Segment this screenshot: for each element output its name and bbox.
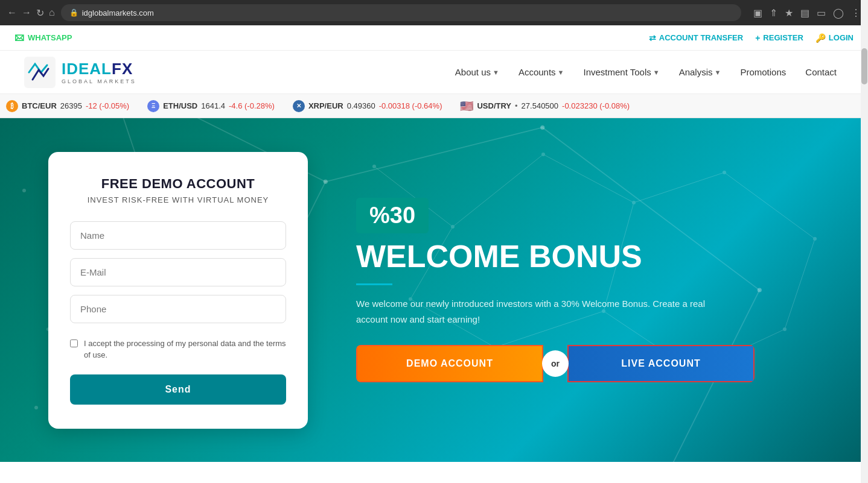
login-link[interactable]: 🔑 LOGIN	[815, 33, 854, 43]
logo-name: IDEALFX	[62, 60, 136, 78]
svg-point-1	[372, 165, 376, 168]
ticker-item-xrpeur: ✕ XRP/EUR 0.49360 -0.00318 (-0.64%)	[293, 100, 442, 112]
logo[interactable]: IDEALFX GLOBAL MARKETS	[24, 57, 136, 88]
browser-chrome: ← → ↻ ⌂ 🔒 idglobalmarkets.com ▣ ⇑ ★ ▤ ▭ …	[0, 0, 868, 25]
lock-icon: 🔒	[69, 8, 78, 17]
register-label: REGISTER	[763, 33, 803, 42]
forward-button[interactable]: →	[22, 7, 31, 18]
welcome-heading: WELCOME BONUS	[356, 239, 820, 274]
form-title: FREE DEMO ACCOUNT	[70, 176, 286, 192]
or-divider: or	[542, 350, 569, 377]
nav-analysis[interactable]: Analysis ▼	[672, 62, 729, 82]
scrollbar-thumb[interactable]	[861, 48, 867, 84]
share-icon[interactable]: ⇑	[770, 7, 777, 19]
reload-button[interactable]: ↻	[36, 7, 44, 19]
nav-investment-tools[interactable]: Investment Tools ▼	[576, 62, 667, 82]
svg-line-17	[543, 154, 634, 203]
cta-buttons: DEMO ACCOUNT or LIVE ACCOUNT	[356, 345, 755, 382]
terms-label: I accept the processing of my personal d…	[84, 338, 286, 361]
utility-actions: ⇄ ACCOUNT TRANSFER + REGISTER 🔑 LOGIN	[649, 33, 854, 43]
nav-promotions[interactable]: Promotions	[733, 62, 793, 82]
terms-checkbox[interactable]	[70, 339, 78, 347]
nav-links: About us ▼ Accounts ▼ Investment Tools ▼…	[448, 62, 844, 82]
svg-point-12	[22, 189, 26, 192]
ticker-item-ethusd: Ξ ETH/USD 1641.4 -4.6 (-0.28%)	[147, 100, 275, 112]
register-icon: +	[755, 33, 760, 43]
nav-contact[interactable]: Contact	[798, 62, 844, 82]
chevron-down-icon: ▼	[653, 69, 660, 76]
url-text: idglobalmarkets.com	[82, 8, 154, 17]
ticker-item-btceur: ₿ BTC/EUR 26395 -12 (-0.05%)	[6, 100, 129, 112]
bonus-badge: %30	[356, 198, 429, 233]
ticker-bar: ₿ BTC/EUR 26395 -12 (-0.05%) Ξ ETH/USD 1…	[0, 94, 868, 118]
utility-bar: 🖂 WHATSAPP ⇄ ACCOUNT TRANSFER + REGISTER…	[0, 25, 868, 51]
svg-point-14	[34, 406, 38, 409]
send-button[interactable]: Send	[70, 374, 286, 405]
key-icon: 🔑	[815, 33, 826, 43]
profile-icon[interactable]: ◯	[833, 7, 844, 19]
hero-description: We welcome our newly introduced investor…	[356, 296, 718, 327]
nav-accounts[interactable]: Accounts ▼	[511, 62, 572, 82]
live-account-button[interactable]: LIVE ACCOUNT	[567, 345, 755, 382]
chevron-down-icon: ▼	[715, 69, 721, 76]
usd-flag-icon: 🇺🇸	[460, 99, 473, 113]
logo-sub: GLOBAL MARKETS	[62, 78, 136, 84]
transfer-label: ACCOUNT TRANSFER	[659, 33, 743, 42]
hero-content: %30 WELCOME BONUS We welcome our newly i…	[308, 198, 820, 382]
scrollbar[interactable]	[861, 0, 868, 462]
svg-point-3	[541, 153, 545, 156]
chevron-down-icon: ▼	[493, 69, 499, 76]
logo-text: IDEALFX GLOBAL MARKETS	[62, 60, 136, 84]
btc-icon: ₿	[6, 100, 18, 112]
star-icon[interactable]: ★	[785, 7, 793, 19]
demo-account-button[interactable]: DEMO ACCOUNT	[356, 345, 543, 382]
eth-icon: Ξ	[147, 100, 159, 112]
account-transfer-link[interactable]: ⇄ ACCOUNT TRANSFER	[649, 33, 743, 43]
browser-toolbar: ▣ ⇑ ★ ▤ ▭ ◯ ⋮	[753, 7, 861, 19]
address-bar[interactable]: 🔒 idglobalmarkets.com	[61, 4, 741, 21]
name-input[interactable]	[70, 221, 286, 250]
back-button[interactable]: ←	[7, 7, 17, 18]
login-label: LOGIN	[829, 33, 854, 42]
window-icon[interactable]: ▭	[817, 7, 826, 19]
register-link[interactable]: + REGISTER	[755, 33, 803, 43]
form-subtitle: INVEST RISK-FREE WITH VIRTUAL MONEY	[70, 195, 286, 204]
whatsapp-icon: 🖂	[14, 33, 24, 43]
screenshot-icon[interactable]: ▣	[753, 7, 762, 19]
whatsapp-label: WHATSAPP	[28, 33, 72, 42]
logo-svg	[24, 57, 56, 88]
chevron-down-icon: ▼	[558, 69, 564, 76]
nav-about[interactable]: About us ▼	[448, 62, 506, 82]
email-input[interactable]	[70, 258, 286, 286]
phone-input[interactable]	[70, 295, 286, 323]
main-navigation: IDEALFX GLOBAL MARKETS About us ▼ Accoun…	[0, 51, 868, 94]
ticker-item-usdtry: 🇺🇸 USD/TRY • 27.540500 -0.023230 (-0.08%…	[460, 99, 630, 113]
menu-icon[interactable]: ⋮	[851, 7, 861, 19]
whatsapp-link[interactable]: 🖂 WHATSAPP	[14, 33, 72, 43]
transfer-icon: ⇄	[649, 33, 656, 43]
hero-section: FREE DEMO ACCOUNT INVEST RISK-FREE WITH …	[0, 118, 868, 462]
divider-line	[356, 283, 392, 285]
home-button[interactable]: ⌂	[49, 7, 55, 18]
svg-point-5	[723, 171, 726, 174]
xrp-icon: ✕	[293, 100, 305, 112]
puzzle-icon[interactable]: ▤	[800, 7, 809, 19]
demo-form-card: FREE DEMO ACCOUNT INVEST RISK-FREE WITH …	[48, 152, 308, 429]
terms-checkbox-row: I accept the processing of my personal d…	[70, 338, 286, 361]
browser-controls: ← → ↻ ⌂	[7, 7, 55, 19]
